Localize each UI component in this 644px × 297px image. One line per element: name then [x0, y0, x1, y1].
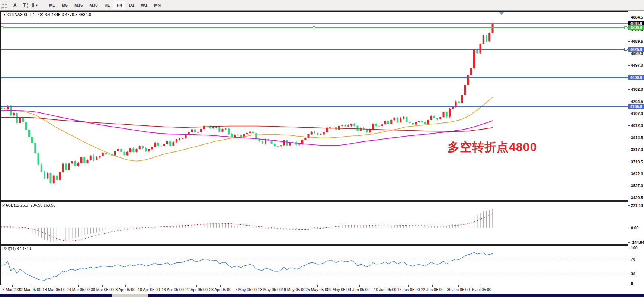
level-line-4625-handle[interactable]: [624, 48, 627, 51]
price-axis: 4884.54787.04689.54592.04497.04302.04204…: [628, 11, 644, 285]
level-line-4625[interactable]: [1, 49, 628, 50]
rsi-indicator-label: RSI(14) 87.4519: [2, 246, 31, 251]
toolbar-grip-icon[interactable]: F: [1, 2, 8, 8]
timeframe-button-mn[interactable]: MN: [151, 1, 164, 9]
chart-symbol-timeframe: CHINA300-,H4: [7, 12, 35, 17]
time-tick-mark: [196, 285, 197, 287]
timeframe-button-m30[interactable]: M30: [86, 1, 101, 9]
price-tick-label: 4592.0: [631, 51, 643, 56]
resistance-line-4800-handle[interactable]: [624, 26, 627, 29]
time-tick-label: 18 Mar 05:00: [42, 287, 65, 292]
price-tick-mark: [628, 248, 630, 248]
time-tick-label: 10 Jun 05:00: [374, 287, 397, 292]
timeframe-button-m5[interactable]: M5: [58, 1, 71, 9]
price-tick-mark: [628, 17, 630, 17]
text-tool-button[interactable]: A: [10, 1, 19, 9]
time-tick-label: 16 Apr 05:00: [161, 287, 184, 292]
time-tick-mark: [317, 285, 318, 287]
time-tick-mark: [220, 285, 221, 287]
time-tick-mark: [30, 285, 30, 287]
macd-indicator-label: MACD(12,26,9) 204.50 163.58: [2, 203, 55, 207]
time-tick-mark: [385, 285, 385, 287]
panel-splitter-macd-rsi[interactable]: [0, 245, 644, 246]
timeframe-button-w1[interactable]: W1: [138, 1, 151, 9]
price-tick-mark: [628, 242, 630, 243]
time-tick-label: 22 Jun 05:00: [421, 287, 444, 292]
time-tick-mark: [12, 285, 13, 287]
cursor-tool-icon: ⇅: [31, 3, 35, 8]
price-tick-mark: [628, 114, 630, 114]
time-tick-mark: [173, 285, 173, 287]
bottom-window-edge-gap: [112, 294, 148, 297]
macd-tick-label: 0.00: [631, 226, 638, 230]
rsi-tick-label: 70: [631, 257, 635, 261]
rsi-tick-label: 30: [631, 272, 635, 276]
chart-shift-marker-icon[interactable]: [499, 12, 504, 15]
mt4-window: F A T ⇅ ▾ M1M5M15M30H1H4D1W1MN ▼CHINA300…: [0, 0, 644, 297]
time-tick-label: 25 May 05:00: [305, 287, 329, 292]
time-tick-label: 24 Mar 05:00: [67, 287, 90, 292]
timeframe-button-m15[interactable]: M15: [71, 1, 86, 9]
price-tick-label: 3429.5: [631, 195, 643, 200]
panel-splitter-main-macd[interactable]: [0, 200, 644, 201]
price-tick-mark: [628, 186, 630, 186]
price-tick-mark: [628, 41, 630, 42]
price-tick-mark: [628, 138, 630, 138]
price-tick-mark: [628, 162, 630, 162]
timeframe-button-group: M1M5M15M30H1H4D1W1MN: [46, 1, 164, 9]
grip-label: F: [1, 6, 3, 9]
price-tick-mark: [628, 125, 630, 126]
time-tick-label: 7 May 05:00: [235, 287, 257, 292]
price-tick-mark: [628, 205, 630, 206]
price-tick-mark: [628, 102, 630, 102]
resistance-line-4800-handle[interactable]: [1, 26, 3, 29]
textbox-tool-button[interactable]: T: [20, 1, 29, 9]
price-tick-label: 3914.5: [631, 135, 643, 140]
panel-splitter-macd-rsi[interactable]: [0, 244, 644, 245]
price-tick-mark: [628, 89, 630, 90]
price-tick-mark: [628, 259, 630, 259]
time-axis: 6 Mar 202012 Mar 05:0018 Mar 05:0024 Mar…: [0, 285, 644, 294]
time-tick-label: 22 Apr 05:00: [185, 287, 208, 292]
time-tick-mark: [246, 285, 246, 287]
price-tick-mark: [628, 54, 630, 54]
current-price-line[interactable]: [1, 23, 628, 24]
time-tick-mark: [294, 285, 294, 287]
macd-tick-label: -144.84: [631, 240, 644, 245]
time-tick-label: 19 May 05:00: [282, 287, 305, 292]
timeframe-button-d1[interactable]: D1: [125, 1, 138, 9]
time-tick-mark: [432, 285, 433, 287]
chart-menu-triangle-icon[interactable]: ▼: [3, 13, 6, 16]
resistance-line-4800-handle[interactable]: [313, 26, 315, 29]
chart-text-annotation[interactable]: 多空转折点4800: [448, 139, 537, 156]
cursor-tool-button[interactable]: ⇅ ▾: [30, 1, 39, 9]
panel-splitter-main-macd[interactable]: [0, 201, 644, 202]
chart-ohlc-values: 4826.4 4845.3 4776.3 4834.0: [38, 12, 91, 17]
level-line-4400[interactable]: [1, 77, 628, 78]
time-tick-mark: [149, 285, 149, 287]
timeframe-button-h4[interactable]: H4: [113, 1, 125, 9]
price-tick-label: 3817.0: [631, 147, 643, 152]
level-line-4165[interactable]: [1, 106, 628, 107]
time-tick-label: 4 Jun 05:00: [349, 287, 370, 292]
price-tick-label: 4012.0: [631, 123, 643, 128]
time-tick-mark: [54, 285, 54, 287]
rsi-tick-label: 100: [631, 246, 638, 250]
time-tick-label: 13 May 05:00: [258, 287, 282, 292]
time-tick-mark: [270, 285, 270, 287]
time-tick-mark: [125, 285, 126, 287]
price-tick-mark: [628, 198, 630, 198]
time-tick-label: 6 Jul 05:00: [472, 287, 491, 292]
price-tick-label: 4107.0: [631, 111, 643, 116]
time-tick-mark: [339, 285, 339, 287]
price-badge-4800.0: 4800.0: [628, 25, 644, 30]
time-tick-mark: [408, 285, 409, 287]
chart-border-top: [0, 11, 644, 12]
timeframe-button-h1[interactable]: H1: [101, 1, 113, 9]
time-tick-label: 3 Apr 05:00: [115, 287, 135, 292]
price-badge-4625.0: 4625.0: [628, 47, 644, 52]
price-badge-4400.0: 4400.0: [628, 75, 644, 80]
timeframe-button-m1[interactable]: M1: [46, 1, 58, 9]
time-tick-label: 28 Apr 05:00: [209, 287, 231, 292]
price-tick-mark: [628, 174, 630, 174]
